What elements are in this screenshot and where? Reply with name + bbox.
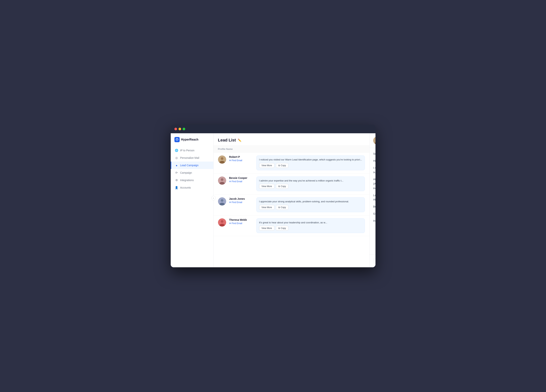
- email-footer: ‹ 1 of 5 › ⧉ Copy ✏️ Edit: [370, 254, 376, 267]
- sidebar-item-label-ip-to-person: IP to Person: [180, 149, 195, 152]
- sidebar-item-label-integrations: Integrations: [180, 179, 194, 182]
- lead-list-header: Lead List ✏️: [214, 133, 369, 146]
- nav-list: 🌐IP to Person◎Personalize Mail●Lead Camp…: [171, 147, 213, 191]
- copy-button-robert-p[interactable]: ⧉ Copy: [276, 163, 288, 168]
- copy-icon: ⧉: [278, 227, 280, 230]
- copy-icon: ⧉: [278, 164, 280, 167]
- logo: HyperReach: [171, 137, 213, 147]
- message-preview-theresa-webb: It's great to hear about your leadership…: [256, 218, 365, 233]
- find-email-bessie-cooper[interactable]: ✉ Find Email: [229, 180, 253, 183]
- view-more-button-bessie-cooper[interactable]: View More: [259, 184, 274, 189]
- message-actions-robert-p: View More⧉ Copy: [259, 163, 362, 168]
- email-subject: Subject: Unlock Warm Lead Potential with…: [373, 152, 376, 156]
- svg-point-6: [221, 178, 223, 181]
- message-text-robert-p: I noticed you visited our Warm Lead Iden…: [259, 158, 362, 161]
- view-more-button-theresa-webb[interactable]: View More: [259, 226, 274, 231]
- lead-info-robert-p: Robert P✉ Find Email: [229, 155, 253, 162]
- email-panel: Robert P ✕ Subject: Unlock Warm Lead Pot…: [369, 133, 376, 267]
- view-more-button-jacob-jones[interactable]: View More: [259, 205, 274, 210]
- sidebar-item-label-accounts: Accounts: [180, 186, 191, 189]
- message-preview-bessie-cooper: I admire your expertise and the way you'…: [256, 176, 365, 191]
- logo-text: HyperReach: [181, 138, 198, 141]
- find-email-icon: ✉: [229, 159, 231, 162]
- ip-to-person-icon: 🌐: [175, 149, 178, 152]
- pagination: ‹ 1 of 5 ›: [373, 258, 376, 263]
- message-preview-robert-p: I noticed you visited our Warm Lead Iden…: [256, 155, 365, 170]
- maximize-traffic-light[interactable]: [183, 128, 185, 130]
- copy-button-bessie-cooper[interactable]: ⧉ Copy: [276, 184, 288, 189]
- copy-icon: ⧉: [278, 206, 280, 209]
- sidebar-item-lead-campaign[interactable]: ●Lead Campaign: [171, 161, 213, 169]
- recipient-avatar: [373, 137, 376, 144]
- find-email-icon: ✉: [229, 201, 231, 204]
- message-actions-jacob-jones: View More⧉ Copy: [259, 205, 362, 210]
- main-content: Lead List ✏️ Profile Name Robert P✉ Find…: [214, 133, 369, 267]
- email-greeting: Hi Robert,: [373, 159, 376, 163]
- email-para2: At GoZen, we help businesses streamline …: [373, 177, 376, 190]
- minimize-traffic-light[interactable]: [179, 128, 181, 130]
- find-email-icon: ✉: [229, 222, 231, 225]
- app-window: HyperReach 🌐IP to Person◎Personalize Mai…: [171, 125, 376, 267]
- sidebar-item-campaign[interactable]: ⟳Campaign: [171, 169, 213, 176]
- avatar-theresa-webb: [218, 218, 226, 226]
- email-sender-name: Goutham,: [373, 212, 376, 216]
- lead-list-edit-icon[interactable]: ✏️: [238, 138, 241, 142]
- email-sender-title: Inside Sales Manager, GoZen: [373, 219, 376, 223]
- prev-page-button[interactable]: ‹: [373, 258, 376, 263]
- table-row: Theresa Webb✉ Find EmailIt's great to he…: [214, 215, 369, 236]
- sidebar-item-integrations[interactable]: ⚙Integrations: [171, 176, 213, 184]
- leads-list: Robert P✉ Find EmailI noticed you visite…: [214, 153, 369, 267]
- copy-button-jacob-jones[interactable]: ⧉ Copy: [276, 205, 288, 210]
- message-preview-jacob-jones: I appreciate your strong analytical skil…: [256, 197, 365, 212]
- lead-name-theresa-webb: Theresa Webb: [229, 218, 253, 221]
- app-body: HyperReach 🌐IP to Person◎Personalize Mai…: [171, 133, 376, 267]
- view-more-button-robert-p[interactable]: View More: [259, 163, 274, 168]
- message-text-theresa-webb: It's great to hear about your leadership…: [259, 221, 362, 225]
- message-actions-theresa-webb: View More⧉ Copy: [259, 226, 362, 231]
- lead-info-bessie-cooper: Bessie Cooper✉ Find Email: [229, 176, 253, 183]
- sidebar-item-label-personalize-mail: Personalize Mail: [180, 156, 199, 159]
- find-email-icon: ✉: [229, 180, 231, 183]
- logo-icon: [175, 137, 180, 142]
- sidebar: HyperReach 🌐IP to Person◎Personalize Mai…: [171, 133, 214, 267]
- personalize-mail-icon: ◎: [175, 156, 178, 160]
- message-text-bessie-cooper: I admire your expertise and the way you'…: [259, 179, 362, 183]
- lead-name-bessie-cooper: Bessie Cooper: [229, 176, 253, 180]
- accounts-icon: 👤: [175, 186, 178, 189]
- sidebar-item-personalize-mail[interactable]: ◎Personalize Mail: [171, 154, 213, 161]
- message-actions-bessie-cooper: View More⧉ Copy: [259, 184, 362, 189]
- svg-point-12: [221, 220, 223, 223]
- lead-campaign-icon: ●: [175, 164, 178, 167]
- lead-list-title: Lead List: [218, 138, 236, 143]
- table-row: Jacob Jones✉ Find EmailI appreciate your…: [214, 194, 369, 215]
- copy-icon: ⧉: [278, 185, 280, 188]
- find-email-theresa-webb[interactable]: ✉ Find Email: [229, 222, 253, 225]
- copy-button-theresa-webb[interactable]: ⧉ Copy: [276, 226, 288, 231]
- lead-info-theresa-webb: Theresa Webb✉ Find Email: [229, 218, 253, 225]
- sidebar-item-accounts[interactable]: 👤Accounts: [171, 184, 213, 191]
- email-panel-header: Robert P ✕: [370, 133, 376, 148]
- titlebar: [171, 125, 376, 133]
- lead-name-jacob-jones: Jacob Jones: [229, 197, 253, 200]
- sidebar-item-label-lead-campaign: Lead Campaign: [180, 164, 199, 167]
- integrations-icon: ⚙: [175, 179, 178, 182]
- lead-name-robert-p: Robert P: [229, 155, 253, 158]
- avatar-robert-p: [218, 155, 226, 164]
- campaign-icon: ⟳: [175, 171, 178, 174]
- sidebar-collapse-button[interactable]: ‹: [211, 196, 216, 200]
- email-para1: I noticed you visited our Warm Lead Iden…: [373, 166, 376, 175]
- table-row: Bessie Cooper✉ Find EmailI admire your e…: [214, 174, 369, 194]
- svg-point-3: [221, 157, 223, 160]
- email-regards: Best regards,: [373, 205, 376, 209]
- sidebar-item-label-campaign: Campaign: [180, 171, 192, 174]
- lead-info-jacob-jones: Jacob Jones✉ Find Email: [229, 197, 253, 204]
- email-body: Subject: Unlock Warm Lead Potential with…: [370, 148, 376, 254]
- close-traffic-light[interactable]: [175, 128, 177, 130]
- sidebar-item-ip-to-person[interactable]: 🌐IP to Person: [171, 147, 213, 154]
- find-email-jacob-jones[interactable]: ✉ Find Email: [229, 201, 253, 204]
- find-email-robert-p[interactable]: ✉ Find Email: [229, 159, 253, 162]
- avatar-bessie-cooper: [218, 176, 226, 185]
- table-header: Profile Name: [214, 146, 369, 153]
- email-para3: Let's schedule a 15-minute demo to show …: [373, 193, 376, 202]
- table-row: Robert P✉ Find EmailI noticed you visite…: [214, 153, 369, 174]
